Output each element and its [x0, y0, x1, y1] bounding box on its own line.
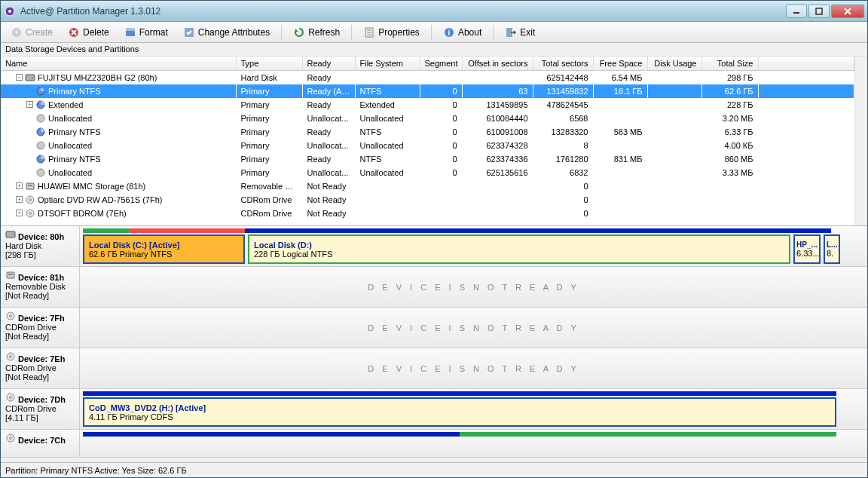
- row-name: Extended: [48, 100, 83, 109]
- partition-name: Local Disk (C:) [Active]: [89, 241, 239, 250]
- cell-ready: Ready: [302, 98, 355, 112]
- cell-offset: [462, 179, 533, 193]
- table-row[interactable]: UnallocatedPrimaryUnallocat...Unallocate…: [1, 112, 854, 125]
- device-type: Removable Disk: [5, 282, 66, 291]
- change-attributes-button[interactable]: Change Attributes: [176, 24, 277, 41]
- cell-usage: [647, 125, 701, 139]
- tree-expander[interactable]: +: [16, 182, 23, 189]
- tree-expander: [26, 115, 33, 121]
- exit-icon: [505, 26, 517, 38]
- table-row[interactable]: +DTSOFT BDROM (7Eh)CDRom DriveNot Ready0: [1, 207, 854, 220]
- table-row[interactable]: +ExtendedPrimaryReadyExtended01314598954…: [1, 98, 854, 112]
- maximize-button[interactable]: [808, 5, 830, 18]
- tree-expander[interactable]: +: [26, 101, 33, 108]
- table-row[interactable]: −FUJITSU MHZ2320BH G2 (80h)Hard DiskRead…: [1, 71, 854, 84]
- format-icon: [124, 26, 136, 38]
- refresh-button[interactable]: Refresh: [286, 24, 347, 41]
- device-label[interactable]: Device: 7FhCDRom Drive[Not Ready]: [1, 308, 80, 348]
- close-button[interactable]: [831, 5, 864, 18]
- cell-seg: 0: [420, 152, 462, 166]
- delete-button[interactable]: Delete: [61, 24, 116, 41]
- cell-tsec: 0: [533, 207, 593, 220]
- cell-offset: 623374336: [462, 152, 533, 166]
- cell-usage: [647, 71, 701, 84]
- create-button[interactable]: +Create: [4, 24, 60, 41]
- delete-label: Delete: [83, 27, 109, 38]
- device-name: Device: 81h: [18, 273, 64, 282]
- cell-free: [593, 193, 647, 207]
- col-offset[interactable]: Offset in sectors: [462, 57, 533, 71]
- partition-name: HP_...: [796, 241, 818, 249]
- cell-tsec: 478624545: [533, 98, 593, 112]
- table-row[interactable]: UnallocatedPrimaryUnallocat...Unallocate…: [1, 139, 854, 152]
- table-row[interactable]: +Optiarc DVD RW AD-7561S (7Fh)CDRom Driv…: [1, 193, 854, 207]
- partition-info: 4.11 ГБ Primary CDFS: [89, 412, 830, 421]
- partition-box[interactable]: Local Disk (C:) [Active]62.6 ГБ Primary …: [83, 234, 245, 264]
- partition-box[interactable]: HP_...6.33...: [793, 234, 821, 264]
- device-size: [Not Ready]: [5, 291, 49, 300]
- device-size: [4.11 ГБ]: [5, 413, 38, 422]
- tree-expander[interactable]: +: [16, 210, 23, 216]
- col-diskusage[interactable]: Disk Usage: [647, 57, 701, 71]
- not-ready-message: D E V I C E I S N O T R E A D Y: [83, 351, 864, 386]
- cell-fs: [355, 179, 420, 193]
- usage-bar: [83, 391, 864, 396]
- about-button[interactable]: iAbout: [436, 24, 488, 41]
- row-name: Optiarc DVD RW AD-7561S (7Fh): [38, 195, 162, 204]
- svg-point-33: [29, 198, 32, 201]
- partition-box[interactable]: CoD_MW3_DVD2 (H:) [Active]4.11 ГБ Primar…: [83, 397, 836, 427]
- device-body: Local Disk (C:) [Active]62.6 ГБ Primary …: [80, 226, 867, 266]
- device-label[interactable]: Device: 7DhCDRom Drive[4.11 ГБ]: [1, 389, 80, 429]
- cell-usage: [647, 152, 701, 166]
- status-bar: Partition: Primary NTFS Active: Yes Size…: [1, 462, 867, 477]
- device-label[interactable]: Device: 81hRemovable Disk[Not Ready]: [1, 267, 80, 307]
- col-totalsectors[interactable]: Total sectors: [533, 57, 593, 71]
- cell-size: 62.6 ГБ: [701, 84, 758, 98]
- svg-rect-39: [8, 274, 13, 275]
- svg-rect-12: [126, 28, 135, 31]
- cell-ready: Ready (Ac...: [302, 84, 355, 98]
- tree-expander[interactable]: −: [16, 74, 23, 81]
- table-row[interactable]: +HUAWEI MMC Storage (81h)Removable Di...…: [1, 179, 854, 193]
- status-text: Partition: Primary NTFS Active: Yes Size…: [5, 466, 187, 475]
- col-segment[interactable]: Segment: [420, 57, 462, 71]
- cell-seg: 0: [420, 98, 462, 112]
- svg-point-47: [10, 437, 12, 440]
- col-totalsize[interactable]: Total Size: [701, 57, 758, 71]
- info-line: Data Storage Devices and Partitions: [1, 43, 867, 57]
- partition-box[interactable]: L...8.: [824, 234, 840, 264]
- change-attributes-label: Change Attributes: [198, 27, 270, 38]
- table-row[interactable]: Primary NTFSPrimaryReadyNTFS061009100813…: [1, 125, 854, 139]
- cell-seg: [420, 207, 462, 220]
- row-name: DTSOFT BDROM (7Eh): [38, 209, 127, 218]
- cell-fs: Unallocated: [355, 112, 420, 125]
- device-label[interactable]: Device: 80hHard Disk[298 ГБ]: [1, 226, 80, 266]
- col-filesystem[interactable]: File System: [355, 57, 420, 71]
- partition-box[interactable]: Local Disk (D:)228 ГБ Logical NTFS: [248, 234, 790, 264]
- col-freespace[interactable]: Free Space: [593, 57, 647, 71]
- cell-offset: 610084440: [462, 112, 533, 125]
- svg-rect-31: [28, 185, 32, 186]
- col-type[interactable]: Type: [236, 57, 302, 71]
- tree-expander: [26, 87, 33, 94]
- unalloc-icon: [35, 167, 46, 178]
- exit-button[interactable]: Exit: [498, 24, 542, 41]
- table-row[interactable]: Primary NTFSPrimaryReadyNTFS062337433617…: [1, 152, 854, 166]
- cell-type: CDRom Drive: [236, 207, 302, 220]
- table-scrollbar[interactable]: [854, 57, 867, 225]
- properties-button[interactable]: Properties: [356, 24, 426, 41]
- format-button[interactable]: Format: [118, 24, 175, 41]
- col-ready[interactable]: Ready: [302, 57, 355, 71]
- svg-rect-21: [26, 75, 35, 81]
- minimize-button[interactable]: [786, 5, 807, 18]
- table-row[interactable]: Primary NTFSPrimaryReady (Ac...NTFS06313…: [1, 84, 854, 98]
- tree-expander[interactable]: +: [16, 196, 23, 203]
- device-label[interactable]: Device: 7Ch: [1, 430, 80, 457]
- cell-ready: Not Ready: [302, 207, 355, 220]
- col-name[interactable]: Name: [1, 57, 236, 71]
- cell-ready: Unallocat...: [302, 139, 355, 152]
- toolbar: +Create Delete Format Change Attributes …: [1, 22, 867, 43]
- table-row[interactable]: UnallocatedPrimaryUnallocat...Unallocate…: [1, 166, 854, 179]
- partition-name: Local Disk (D:): [254, 241, 784, 250]
- device-label[interactable]: Device: 7EhCDRom Drive[Not Ready]: [1, 348, 80, 388]
